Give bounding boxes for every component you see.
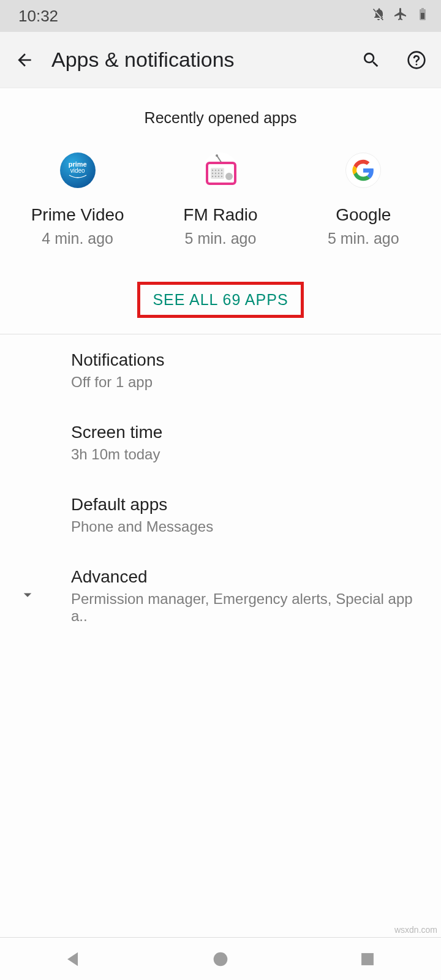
setting-title: Screen time [71, 423, 426, 442]
fm-radio-icon [203, 153, 238, 188]
watermark: wsxdn.com [394, 925, 437, 935]
svg-point-3 [216, 154, 218, 157]
setting-screen-time[interactable]: Screen time 3h 10m today [0, 407, 441, 479]
app-name: FM Radio [183, 205, 257, 225]
chevron-down-icon [18, 586, 37, 606]
search-button[interactable] [361, 50, 381, 70]
svg-point-12 [218, 173, 219, 174]
recent-section-title: Recently opened apps [0, 88, 441, 138]
svg-point-19 [214, 952, 228, 966]
status-icons [371, 7, 430, 26]
page-title: Apps & notifications [51, 48, 344, 72]
square-recents-icon [357, 949, 378, 970]
app-name: Google [336, 205, 391, 225]
svg-point-10 [212, 173, 213, 174]
setting-sub: Phone and Messages [71, 518, 426, 535]
app-time: 5 min. ago [328, 230, 399, 247]
recent-app-fm-radio[interactable]: FM Radio 5 min. ago [156, 153, 285, 247]
svg-point-18 [225, 173, 233, 180]
back-arrow-icon [15, 50, 34, 70]
triangle-back-icon [63, 949, 84, 970]
app-time: 5 min. ago [185, 230, 257, 247]
recent-apps-row: primevideo Prime Video 4 min. ago [0, 138, 441, 254]
app-name: Prime Video [31, 205, 124, 225]
recent-app-google[interactable]: Google 5 min. ago [299, 153, 428, 247]
svg-point-17 [221, 176, 222, 177]
svg-point-6 [212, 170, 213, 171]
circle-home-icon [210, 949, 231, 970]
recent-app-prime-video[interactable]: primevideo Prime Video 4 min. ago [13, 153, 142, 247]
svg-point-7 [215, 170, 216, 171]
setting-advanced[interactable]: Advanced Permission manager, Emergency a… [0, 551, 441, 641]
system-nav-bar [0, 937, 441, 980]
nav-recents-button[interactable] [357, 949, 378, 970]
prime-video-icon: primevideo [60, 153, 96, 188]
app-time: 4 min. ago [42, 230, 113, 247]
nav-back-button[interactable] [63, 949, 84, 970]
battery-icon [415, 7, 430, 26]
app-bar: Apps & notifications [0, 32, 441, 88]
svg-point-14 [212, 176, 213, 177]
svg-point-1 [416, 64, 418, 66]
content: Recently opened apps primevideo Prime Vi… [0, 88, 441, 937]
setting-sub: Permission manager, Emergency alerts, Sp… [71, 590, 426, 625]
help-button[interactable] [407, 50, 426, 70]
dnd-off-icon [371, 7, 386, 26]
search-icon [361, 50, 381, 70]
airplane-icon [393, 7, 408, 26]
setting-sub: Off for 1 app [71, 374, 426, 391]
svg-point-15 [215, 176, 216, 177]
back-button[interactable] [15, 50, 34, 70]
svg-point-8 [218, 170, 219, 171]
svg-rect-20 [361, 953, 374, 965]
svg-point-13 [221, 173, 222, 174]
status-time: 10:32 [18, 7, 58, 26]
svg-point-9 [221, 170, 222, 171]
setting-title: Advanced [71, 567, 426, 587]
see-all-apps-button[interactable]: SEE ALL 69 APPS [137, 282, 303, 318]
nav-home-button[interactable] [210, 949, 231, 970]
see-all-label: SEE ALL 69 APPS [153, 291, 288, 308]
google-icon [345, 153, 381, 188]
setting-default-apps[interactable]: Default apps Phone and Messages [0, 479, 441, 551]
status-bar: 10:32 [0, 0, 441, 32]
see-all-wrap: SEE ALL 69 APPS [0, 254, 441, 334]
setting-title: Notifications [71, 350, 426, 370]
setting-title: Default apps [71, 495, 426, 514]
help-icon [407, 50, 426, 70]
setting-sub: 3h 10m today [71, 446, 426, 463]
svg-point-11 [215, 173, 216, 174]
svg-point-16 [218, 176, 219, 177]
setting-notifications[interactable]: Notifications Off for 1 app [0, 334, 441, 407]
